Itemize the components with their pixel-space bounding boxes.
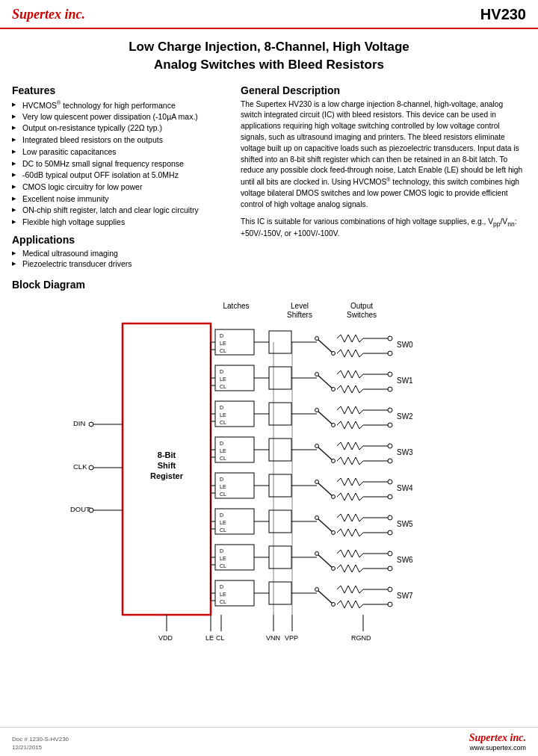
svg-point-147 — [315, 587, 319, 591]
svg-text:Switches: Switches — [347, 311, 377, 319]
list-item: -60dB typical output OFF isolation at 5.… — [12, 170, 229, 181]
svg-text:CL: CL — [216, 634, 225, 642]
svg-point-134 — [388, 551, 392, 556]
svg-text:CL: CL — [220, 527, 226, 533]
svg-point-153 — [388, 602, 392, 607]
svg-point-68 — [388, 423, 392, 427]
svg-rect-144 — [269, 582, 291, 604]
svg-text:CL: CL — [220, 456, 226, 461]
svg-point-119 — [388, 530, 392, 535]
svg-text:SW1: SW1 — [397, 377, 413, 385]
features-list: HVCMOS® technology for high performance … — [12, 99, 229, 228]
footer-logo: Supertex inc. — [469, 732, 526, 743]
svg-text:VPP: VPP — [285, 634, 298, 642]
general-desc-title: General Description — [241, 84, 526, 96]
svg-point-151 — [388, 587, 392, 592]
svg-point-102 — [388, 495, 392, 499]
svg-point-62 — [315, 408, 319, 412]
left-column: Features HVCMOS® technology for high per… — [12, 84, 229, 273]
svg-point-100 — [388, 480, 392, 484]
doc-number: Doc # 1230-S-HV230 — [12, 736, 69, 743]
svg-text:Shift: Shift — [158, 461, 176, 470]
svg-text:LE: LE — [220, 520, 226, 525]
block-diagram-svg: Latches Level Shifters Output Switches 8… — [12, 295, 526, 661]
svg-text:LE: LE — [220, 341, 226, 346]
svg-point-97 — [332, 495, 336, 498]
svg-text:VNN: VNN — [266, 634, 280, 642]
svg-text:CL: CL — [220, 563, 226, 568]
svg-text:RGND: RGND — [351, 634, 371, 642]
svg-point-28 — [315, 336, 319, 340]
svg-text:CL: CL — [220, 420, 226, 425]
svg-text:D: D — [220, 405, 223, 410]
svg-text:LE: LE — [220, 484, 226, 489]
right-column: General Description The Supertex HV230 i… — [241, 84, 526, 273]
svg-point-117 — [388, 515, 392, 520]
footer-doc-info: Doc # 1230-S-HV230 12/21/2015 — [12, 736, 69, 752]
svg-rect-127 — [269, 546, 291, 568]
svg-text:SW0: SW0 — [397, 341, 413, 349]
applications-title: Applications — [12, 234, 229, 246]
desc-para-1: The Supertex HV230 is a low charge injec… — [241, 99, 526, 211]
doc-date: 12/21/2015 — [12, 744, 42, 751]
svg-text:SW6: SW6 — [397, 556, 413, 564]
svg-point-131 — [332, 566, 336, 570]
list-item: ON-chip shift register, latch and clear … — [12, 205, 229, 216]
svg-point-34 — [388, 351, 392, 356]
svg-text:Level: Level — [291, 302, 309, 310]
svg-rect-93 — [269, 474, 291, 497]
svg-text:SW5: SW5 — [397, 520, 413, 528]
svg-text:D: D — [220, 584, 223, 589]
svg-point-85 — [388, 459, 392, 463]
list-item: Excellent noise immunity — [12, 193, 229, 205]
svg-text:SW7: SW7 — [397, 592, 413, 600]
svg-point-51 — [388, 387, 392, 391]
svg-point-12 — [89, 422, 93, 427]
desc-para-2: This IC is suitable for various combinat… — [241, 217, 526, 240]
footer-brand: Supertex inc. www.supertex.com — [469, 732, 526, 752]
svg-point-15 — [89, 465, 93, 470]
svg-rect-59 — [269, 403, 291, 425]
svg-point-66 — [388, 408, 392, 412]
list-item: Low parasitic capacitances — [12, 146, 229, 158]
svg-text:D: D — [220, 548, 223, 554]
svg-point-83 — [388, 444, 392, 448]
svg-text:SW3: SW3 — [397, 448, 413, 456]
svg-point-148 — [332, 602, 336, 606]
svg-text:CL: CL — [220, 348, 226, 353]
list-item: CMOS logic circuitry for low power — [12, 182, 229, 193]
svg-text:LE: LE — [220, 377, 226, 382]
svg-text:CL: CL — [220, 492, 226, 497]
list-item: DC to 50MHz small signal frequency respo… — [12, 158, 229, 170]
applications-list: Medical ultrasound imaging Piezoelectric… — [12, 249, 229, 268]
svg-text:D: D — [220, 512, 223, 518]
footer-url: www.supertex.com — [469, 744, 526, 752]
header: Supertex inc. HV230 — [0, 0, 538, 29]
diagram-container: Latches Level Shifters Output Switches 8… — [12, 295, 526, 661]
svg-text:CLK: CLK — [73, 462, 87, 471]
svg-text:Output: Output — [350, 302, 373, 310]
svg-point-49 — [388, 372, 392, 377]
svg-text:LE: LE — [220, 556, 226, 561]
svg-point-32 — [388, 336, 392, 341]
svg-point-63 — [332, 423, 336, 427]
svg-text:LE: LE — [220, 448, 226, 453]
list-item: Output on-resistance typically (22Ω typ.… — [12, 123, 229, 134]
company-logo: Supertex inc. — [12, 7, 85, 22]
svg-text:DIN: DIN — [73, 419, 86, 427]
svg-point-29 — [332, 351, 336, 355]
list-item: Flexible high voltage supplies — [12, 217, 229, 228]
list-item: Medical ultrasound imaging — [12, 249, 229, 258]
list-item: Piezoelectric transducer drivers — [12, 259, 229, 268]
main-content: Features HVCMOS® technology for high per… — [0, 81, 538, 273]
svg-text:D: D — [220, 369, 223, 374]
svg-point-96 — [315, 480, 319, 483]
svg-point-136 — [388, 566, 392, 571]
block-diagram-title: Block Diagram — [12, 279, 526, 291]
svg-text:LE: LE — [220, 592, 226, 597]
svg-text:D: D — [220, 441, 223, 446]
list-item: Very low quiescent power dissipation (-1… — [12, 111, 229, 123]
svg-text:CL: CL — [220, 599, 226, 604]
svg-rect-110 — [269, 510, 291, 533]
svg-text:Register: Register — [150, 471, 184, 480]
